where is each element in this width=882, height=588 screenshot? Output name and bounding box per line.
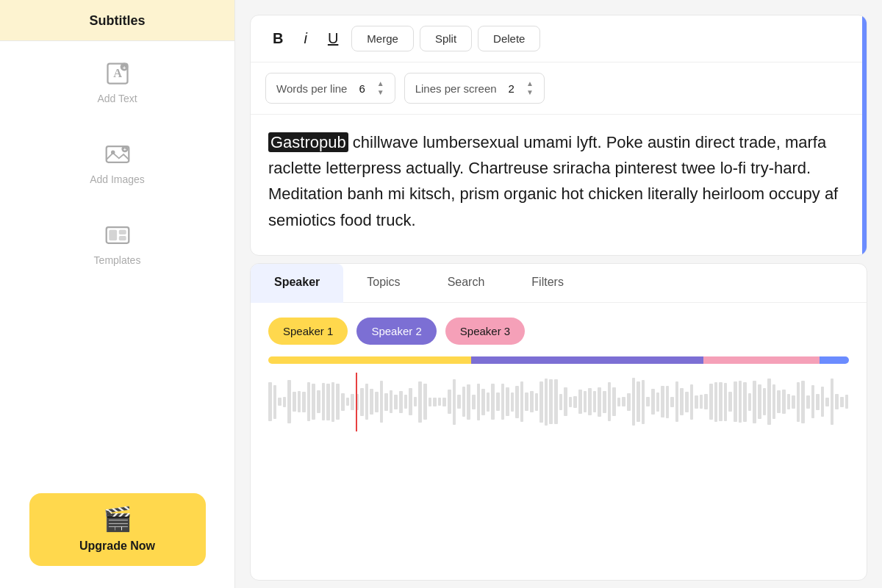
tab-filters[interactable]: Filters [508, 264, 587, 303]
waveform-bar-95 [728, 392, 732, 412]
tab-search[interactable]: Search [424, 264, 509, 303]
waveform-bar-8 [307, 382, 311, 421]
italic-button[interactable]: i [296, 27, 314, 50]
waveform-bar-37 [448, 390, 451, 414]
waveform-bar-118 [840, 397, 844, 407]
waveform-bar-50 [511, 392, 514, 412]
waveform-bar-93 [719, 382, 723, 421]
words-per-line-value: 6 [359, 82, 365, 95]
delete-button[interactable]: Delete [478, 26, 540, 51]
waveform-bar-105 [777, 390, 781, 413]
waveform-bar-14 [336, 384, 340, 420]
waveform-bar-92 [714, 382, 718, 422]
waveform-bar-46 [491, 384, 495, 420]
waveform-bar-107 [787, 394, 791, 409]
underline-button[interactable]: U [320, 27, 345, 50]
bottom-panel: Speaker Topics Search Filters Speaker 1 … [250, 263, 867, 581]
words-per-line-spinner[interactable]: ▲ ▼ [377, 79, 384, 97]
playhead [356, 373, 357, 431]
toolbar: B i U Merge Split Delete [251, 15, 867, 62]
waveform-bar-7 [302, 392, 306, 412]
svg-rect-10 [118, 230, 126, 234]
waveform-bar-74 [627, 393, 631, 411]
waveform-bar-55 [535, 393, 539, 411]
sidebar-subtitles-tab[interactable]: Subtitles [0, 0, 234, 41]
upgrade-title: Upgrade Now [41, 539, 194, 554]
waveform-bar-44 [481, 389, 485, 415]
waveform-bar-16 [346, 398, 350, 406]
sidebar-item-add-images[interactable]: + Add Images [0, 122, 234, 203]
sidebar-add-text-label: Add Text [97, 93, 137, 104]
waveform-bar-64 [578, 390, 582, 414]
waveform-bar-0 [268, 382, 272, 421]
waveform-bar-61 [564, 387, 567, 416]
waveform-bar-3 [283, 397, 287, 407]
merge-button[interactable]: Merge [351, 26, 414, 51]
svg-text:+: + [123, 146, 126, 153]
lines-per-screen-spinner[interactable]: ▲ ▼ [526, 79, 534, 97]
upgrade-card[interactable]: 🎬 Upgrade Now [29, 493, 206, 566]
waveform-bar-116 [831, 379, 834, 425]
waveform-bar-85 [680, 388, 684, 415]
waveform-bar-48 [501, 384, 505, 420]
sidebar-templates-label: Templates [94, 254, 141, 266]
tab-topics[interactable]: Topics [343, 264, 423, 303]
waveform-bar-31 [418, 381, 422, 423]
waveform-bar-66 [588, 388, 592, 415]
waveform-bar-33 [429, 398, 432, 406]
accent-bar [862, 15, 867, 255]
waveform-bar-67 [593, 391, 597, 412]
split-button[interactable]: Split [420, 26, 472, 51]
waveform-bar-34 [433, 398, 437, 406]
sidebar-item-templates[interactable]: Templates [0, 203, 234, 284]
waveform-bar-11 [322, 383, 326, 420]
waveform-bar-1 [273, 385, 277, 419]
upgrade-icon: 🎬 [41, 505, 194, 533]
waveform-bar-42 [472, 395, 476, 409]
waveform-bar-51 [515, 386, 519, 418]
waveform-bar-87 [690, 384, 694, 420]
sidebar: Subtitles A + Add Text + Add Images [0, 0, 235, 588]
waveform-bar-15 [341, 393, 345, 411]
waveform-bar-40 [462, 387, 466, 417]
speaker2-badge[interactable]: Speaker 2 [356, 318, 436, 345]
tabs-row: Speaker Topics Search Filters [251, 264, 867, 303]
waveform-bar-38 [453, 379, 456, 425]
waveform-bar-84 [675, 381, 679, 422]
waveform-bar-103 [767, 379, 771, 425]
waveform-bar-4 [287, 380, 291, 423]
waveform-bar-63 [573, 396, 577, 408]
sidebar-item-add-text[interactable]: A + Add Text [0, 41, 234, 122]
waveform-bar-5 [293, 392, 296, 412]
timeline-bar [268, 356, 849, 364]
waveform-bar-56 [539, 381, 543, 423]
waveform-bar-117 [835, 394, 839, 409]
waveform-bar-60 [559, 394, 563, 410]
waveform-bar-109 [797, 382, 800, 422]
svg-text:+: + [122, 65, 126, 71]
waveform-bar-111 [806, 395, 810, 409]
waveform-bar-24 [384, 393, 388, 411]
waveform-bar-91 [709, 384, 713, 420]
waveform-bar-75 [632, 378, 636, 426]
text-content-area[interactable]: Gastropub chillwave lumbersexual umami l… [251, 115, 867, 255]
waveform [268, 373, 849, 431]
tab-speaker[interactable]: Speaker [251, 264, 343, 303]
lines-per-screen-field: Lines per screen 2 ▲ ▼ [404, 73, 545, 104]
lines-per-screen-value: 2 [509, 82, 514, 95]
waveform-bar-102 [763, 388, 767, 415]
waveform-bar-90 [704, 394, 708, 409]
waveform-bar-12 [326, 384, 330, 420]
bold-button[interactable]: B [265, 27, 290, 50]
speaker3-badge[interactable]: Speaker 3 [445, 318, 525, 345]
waveform-bar-113 [816, 394, 820, 410]
waveform-bar-82 [666, 386, 670, 418]
speaker-badges: Speaker 1 Speaker 2 Speaker 3 [268, 318, 849, 345]
waveform-bar-23 [380, 381, 384, 423]
waveform-bar-112 [811, 385, 815, 418]
waveform-bar-54 [530, 391, 534, 412]
waveform-bar-17 [351, 394, 354, 410]
waveform-bar-10 [317, 390, 320, 413]
speaker1-badge[interactable]: Speaker 1 [268, 318, 348, 345]
waveform-bar-86 [685, 392, 689, 412]
